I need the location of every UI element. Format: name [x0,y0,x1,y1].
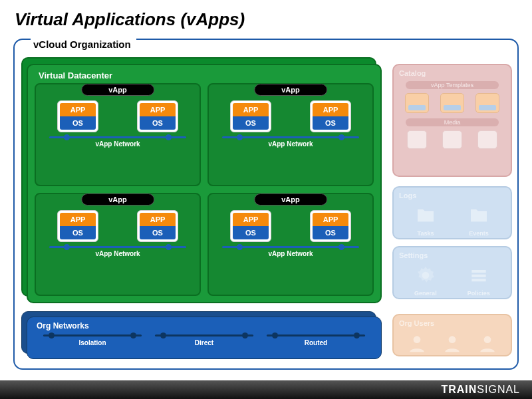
vm: APPOS [137,210,178,242]
vm: APPOS [310,100,351,132]
org-networks-row: Isolation Direct Routed [37,334,372,346]
vm: APPOS [230,100,271,132]
vm-os-label: OS [233,226,269,239]
disc-icon [442,130,462,149]
events-label: Events [468,230,489,237]
virtual-datacenter-title: Virtual Datacenter [39,70,374,80]
settings-title: Settings [399,251,505,259]
vapp-templates-label: vApp Templates [406,81,499,89]
vm-app-label: APP [140,213,176,226]
network-line-icon [222,246,359,248]
brand-part-b: SIGNAL [477,384,520,395]
logs-title: Logs [399,192,505,200]
vapp-network-label: vApp Network [41,140,194,148]
vapp-box: vApp APPOS APPOS vApp Network [35,193,201,296]
network-line-icon [267,334,365,336]
vapps-grid: vApp APPOS APPOS vApp Network vApp APPOS… [35,83,374,296]
vm: APPOS [230,210,271,242]
network-node-icon [166,244,172,250]
vm: APPOS [310,210,351,242]
user-icon [442,332,463,351]
vm-os-label: OS [233,116,269,130]
vapp-label: vApp [254,194,327,205]
stack-icon [468,265,489,283]
logs-icons: Tasks Events [399,205,505,237]
media-label: Media [406,118,499,126]
vm-os-label: OS [313,226,348,239]
network-line-icon [49,246,186,248]
slide: Virtual Applications (vApps) vCloud Orga… [0,0,532,399]
catalog-title: Catalog [399,69,505,77]
policies-label: Policies [467,290,490,297]
floppy-icon [477,130,497,149]
vm-row: APPOS APPOS [214,100,367,132]
svg-point-1 [413,336,420,343]
vapp-network: vApp Network [214,136,367,148]
org-network-type-label: Routed [260,339,372,346]
general-label: General [414,290,437,297]
org-users-panel: Org Users [392,314,512,356]
policies-item: Policies [467,265,490,297]
vapp-label: vApp [254,84,327,96]
org-users-title: Org Users [399,319,505,327]
network-node-icon [242,332,248,338]
vm-row: APPOS APPOS [41,100,194,132]
org-network-type-label: Isolation [37,339,148,346]
network-node-icon [64,134,70,140]
settings-icons: General Policies [399,265,505,297]
vapp-box: vApp APPOS APPOS vApp Network [35,83,201,186]
vapp-label: vApp [81,84,154,96]
events-item: Events [468,205,489,237]
vm-app-label: APP [233,213,269,226]
network-node-icon [130,332,136,338]
vapp-box: vApp APPOS APPOS vApp Network [207,83,374,186]
org-networks: Org Networks Isolation Direct Routed [27,317,382,359]
vm-app-label: APP [233,103,269,116]
vm-os-label: OS [60,116,96,130]
vm-app-label: APP [60,103,96,116]
vapp-network-label: vApp Network [41,250,194,257]
network-node-icon [237,244,243,250]
vapp-template-icon [440,93,464,113]
tasks-label: Tasks [415,230,436,237]
vapp-box: vApp APPOS APPOS vApp Network [207,193,374,296]
vm-app-label: APP [140,103,176,116]
vm: APPOS [57,100,98,132]
vm-os-label: OS [60,226,96,239]
page-title: Virtual Applications (vApps) [0,0,532,35]
network-line-icon [43,334,142,336]
network-node-icon [64,244,70,250]
gear-icon [415,265,436,283]
network-node-icon [354,332,360,338]
folder-icon [415,205,436,223]
vm-os-label: OS [140,226,176,239]
vm: APPOS [137,100,178,132]
vapp-template-icon [475,93,499,113]
org-network-segment: Routed [260,334,372,346]
user-icon [406,332,428,351]
vm-row: APPOS APPOS [214,210,367,242]
folder-icon [468,205,489,223]
org-network-type-label: Direct [148,339,260,346]
org-network-segment: Isolation [37,334,148,346]
vapp-template-icon [405,93,429,113]
org-networks-title: Org Networks [37,321,372,331]
network-node-icon [272,332,278,338]
network-node-icon [160,332,166,338]
vcloud-organization-label: vCloud Organization [31,39,136,50]
svg-point-2 [449,336,456,343]
network-node-icon [237,134,243,140]
footer-brand: TRAINSIGNAL [0,380,532,399]
settings-panel: Settings General Policies [392,246,512,299]
tasks-item: Tasks [415,205,436,237]
org-users-icons [399,332,505,351]
vm-os-label: OS [313,116,348,130]
template-row [399,93,505,113]
vapp-network: vApp Network [214,246,367,257]
media-row [399,130,505,149]
brand-part-a: TRAIN [441,384,477,395]
vm-app-label: APP [313,213,348,226]
vm-row: APPOS APPOS [41,210,194,242]
general-item: General [414,265,437,297]
virtual-datacenter: Virtual Datacenter vApp APPOS APPOS vApp… [27,64,382,303]
